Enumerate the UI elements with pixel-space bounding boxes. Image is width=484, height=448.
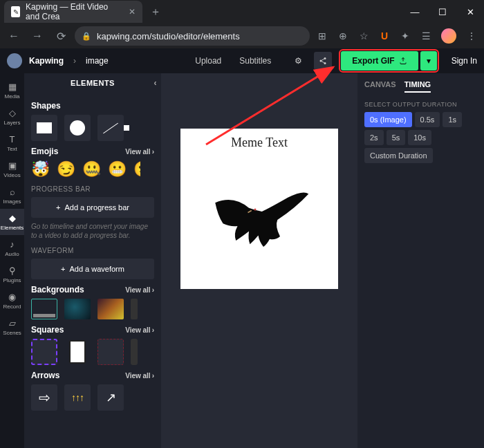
bg-more[interactable] [131,299,138,319]
canvas[interactable]: Meme Text [180,129,338,289]
add-progress-bar[interactable]: +Add a progress bar [31,197,154,218]
arrow-right[interactable]: ⇨ [31,384,57,411]
square-phone[interactable] [64,339,91,365]
export-dropdown[interactable]: ▾ [420,51,437,71]
svg-point-3 [254,209,257,211]
rail-layers[interactable]: ◇Layers [0,104,24,130]
bookmark-icon[interactable]: ☆ [355,28,372,44]
emoji-zipper[interactable]: 🤐 [82,160,101,178]
signin-link[interactable]: Sign In [452,56,477,66]
chip-0-5s[interactable]: 0.5s [415,112,440,127]
brand[interactable]: Kapwing [29,56,64,66]
emoji-mindblown[interactable]: 🤯 [31,160,50,178]
rail-images[interactable]: ⌕Images [0,183,24,209]
record-icon: ◉ [8,292,16,302]
svg-point-1 [320,60,322,62]
collapse-panel-icon[interactable]: ‹ [154,78,158,88]
rail-elements[interactable]: ◆Elements [0,209,24,235]
waveform-header: WAVEFORM [31,247,154,254]
shape-circle[interactable] [64,115,91,141]
squares-viewall[interactable]: View all › [125,326,154,334]
add-waveform[interactable]: +Add a waveform [31,259,154,279]
right-tabs: CANVAS TIMING [364,80,477,93]
canvas-area[interactable]: Meme Text [161,73,357,448]
export-highlight: Export GIF ▾ [339,49,438,73]
close-tab-icon[interactable]: ✕ [129,7,136,17]
rail-scenes[interactable]: ▱Scenes [0,314,24,340]
profile-avatar[interactable] [441,28,456,44]
forward-button[interactable]: → [28,26,47,46]
app-header: Kapwing › image Upload Subtitles ⚙ Expor… [0,48,484,73]
subtitles-link[interactable]: Subtitles [239,56,271,66]
rail-record[interactable]: ◉Record [0,288,24,314]
reload-button[interactable]: ⟳ [51,26,71,46]
breadcrumb-current[interactable]: image [86,56,109,66]
bg-gradient[interactable] [97,299,124,319]
close-window-button[interactable]: ✕ [456,0,484,24]
chip-10s[interactable]: 10s [408,130,431,145]
shape-rectangle[interactable] [31,115,57,141]
square-purple[interactable] [31,339,57,365]
square-more[interactable] [131,339,138,365]
panel-title: ELEMENTS [71,79,115,87]
account-avatar[interactable] [7,53,22,68]
videos-icon: ▣ [8,160,17,171]
back-button[interactable]: ← [4,26,24,46]
plugins-icon: ⚲ [9,265,16,276]
emojis-viewall[interactable]: View all › [125,148,154,156]
window-controls: — ☐ ✕ [401,0,484,24]
new-tab-button[interactable]: ＋ [147,3,165,21]
extensions-icon[interactable]: ✦ [397,28,413,44]
ublock-icon[interactable]: U [376,28,393,44]
shape-line[interactable] [97,115,124,141]
bg-nebula[interactable] [64,299,91,319]
arrow-diag[interactable]: ↗ [97,384,124,411]
arrow-triple-up[interactable]: ↑↑↑ [64,384,91,411]
chip-5s[interactable]: 5s [387,130,406,145]
menu-icon[interactable]: ⋮ [463,28,480,44]
progress-header: PROGRESS BAR [31,185,154,193]
share-button[interactable] [314,52,332,70]
rail-plugins[interactable]: ⚲Plugins [0,261,24,288]
emojis-grid: 🤯 😏 🤐 😬 🙂 [31,160,154,178]
readinglist-icon[interactable]: ☰ [418,28,434,44]
install-icon[interactable]: ⊞ [314,28,331,44]
panel-scroll[interactable]: Shapes Emojis View all › 🤯 😏 🤐 😬 🙂 PROGR… [24,93,161,448]
rail-media[interactable]: ▦Media [0,77,24,104]
plus-icon: + [61,265,65,273]
progress-hint: Go to timeline and convert your image to… [31,222,154,240]
maximize-button[interactable]: ☐ [429,0,456,24]
bird-image[interactable] [207,178,311,254]
emoji-grimace[interactable]: 😬 [108,160,127,178]
squares-grid [31,339,154,365]
canvas-tab[interactable]: CANVAS [364,80,396,93]
upload-link[interactable]: Upload [195,56,221,66]
shape-more[interactable] [131,115,140,141]
zoom-icon[interactable]: ⊕ [335,28,351,44]
rail-audio[interactable]: ♪Audio [0,235,24,261]
plus-icon: + [56,203,60,212]
square-red[interactable] [97,339,124,365]
timing-tab[interactable]: TIMING [404,80,431,93]
emoji-smile[interactable]: 😏 [57,160,75,178]
minimize-button[interactable]: — [401,0,429,24]
arrows-viewall[interactable]: View all › [125,372,154,380]
browser-tab[interactable]: ✎ Kapwing — Edit Video and Crea ✕ [4,1,142,23]
emoji-more[interactable]: 🙂 [133,160,140,178]
export-button[interactable]: Export GIF [341,51,418,71]
rail-videos[interactable]: ▣Videos [0,156,24,183]
chip-custom[interactable]: Custom Duration [364,148,433,163]
left-rail: ▦Media ◇Layers TText ▣Videos ⌕Images ◆El… [0,73,24,448]
rail-text[interactable]: TText [0,130,24,156]
settings-icon[interactable]: ⚙ [289,52,307,70]
url-field[interactable]: 🔒 kapwing.com/studio/editor/elements [75,26,310,46]
shapes-grid [31,115,154,141]
titlebar: ✎ Kapwing — Edit Video and Crea ✕ ＋ — ☐ … [0,0,484,24]
chip-1s[interactable]: 1s [443,112,462,127]
bg-soundbar[interactable] [31,299,57,319]
chip-0s[interactable]: 0s (Image) [364,112,412,127]
meme-text[interactable]: Meme Text [231,136,288,150]
svg-point-2 [324,62,326,64]
backgrounds-viewall[interactable]: View all › [125,286,154,294]
chip-2s[interactable]: 2s [364,130,384,145]
